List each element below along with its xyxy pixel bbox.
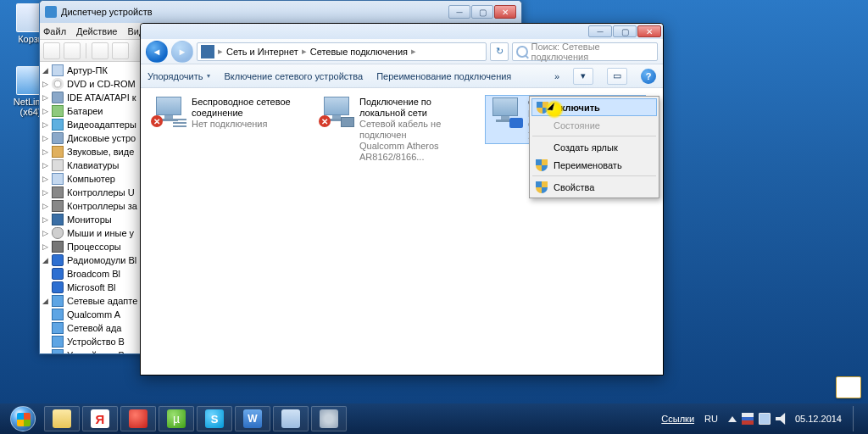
network-connections-window[interactable]: ─ ▢ ✕ ◄ ► ▸ Сеть и Интернет ▸ Сетевые по… [140, 23, 664, 376]
language-indicator[interactable]: RU [702, 413, 721, 425]
volume-icon[interactable] [776, 413, 787, 425]
back-button[interactable]: ◄ [146, 41, 168, 63]
ctx-status: Состояние [531, 116, 657, 134]
taskbar: Ссылки RU 05.12.2014 [0, 403, 868, 434]
app-skype[interactable] [197, 406, 232, 431]
app-word[interactable] [235, 406, 270, 431]
search-placeholder: Поиск: Сетевые подключения [531, 42, 654, 62]
explorer-nav-row: ◄ ► ▸ Сеть и Интернет ▸ Сетевые подключе… [141, 39, 663, 64]
ctx-enable[interactable]: Включить [531, 98, 657, 116]
preview-pane-button[interactable]: ▭ [607, 68, 627, 85]
crumb-connections[interactable]: Сетевые подключения [310, 47, 408, 57]
connection-wireless[interactable]: ✕ Беспроводное сетевое соединение Нет по… [149, 95, 310, 131]
action-center-icon[interactable] [742, 413, 754, 425]
menu-file[interactable]: Файл [43, 26, 66, 36]
forward-button[interactable]: ► [171, 41, 193, 63]
maximize-button[interactable]: ▢ [613, 25, 637, 37]
tray-overflow-icon[interactable] [728, 416, 737, 422]
separator [532, 175, 656, 176]
devmgr-title: Диспетчер устройств [61, 7, 153, 17]
overflow-chevron-icon[interactable]: » [554, 71, 559, 81]
app-notepad[interactable] [273, 406, 309, 431]
search-box[interactable]: Поиск: Сетевые подключения [512, 42, 658, 61]
toolbar-properties-icon[interactable] [112, 42, 129, 59]
toolbar-back-icon[interactable] [43, 42, 60, 59]
search-icon [516, 46, 528, 58]
help-button[interactable]: ? [641, 69, 656, 84]
uac-shield-icon [537, 102, 548, 114]
devmgr-titlebar[interactable]: Диспетчер устройств ─ ▢ ✕ [40, 1, 521, 23]
close-button[interactable]: ✕ [494, 5, 516, 19]
menu-action[interactable]: Действие [76, 26, 117, 36]
connection-status: Нет подключения [192, 119, 309, 130]
links-toolbar[interactable]: Ссылки [661, 414, 694, 424]
lan-icon: ✕ [319, 97, 354, 127]
app-utorrent[interactable] [159, 406, 194, 431]
app-explorer[interactable] [44, 406, 80, 431]
ctx-rename[interactable]: Переименовать [531, 156, 657, 174]
bluetooth-icon [487, 97, 523, 128]
connection-title: Беспроводное сетевое соединение [192, 97, 309, 119]
connection-status: Сетевой кабель не подключен [359, 119, 476, 141]
close-button[interactable]: ✕ [637, 25, 661, 37]
wireless-icon: ✕ [151, 97, 186, 127]
windows-orb-icon [10, 406, 36, 431]
system-tray: Ссылки RU 05.12.2014 [661, 406, 863, 431]
clock[interactable]: 05.12.2014 [795, 414, 842, 424]
address-bar[interactable]: ▸ Сеть и Интернет ▸ Сетевые подключения … [197, 42, 487, 61]
ctx-properties[interactable]: Свойства [531, 178, 657, 196]
network-icon [201, 45, 214, 58]
uac-shield-icon [536, 181, 548, 193]
taskbar-apps [44, 406, 347, 431]
separator [86, 43, 86, 58]
devmgr-icon [45, 6, 57, 18]
date: 05.12.2014 [795, 414, 842, 424]
view-options-button[interactable]: ▾ [573, 68, 593, 85]
connection-title: Подключение по локальной сети [359, 97, 476, 119]
app-settings[interactable] [311, 406, 347, 431]
network-tray-icon[interactable] [759, 413, 771, 425]
rename-connection-button[interactable]: Переименование подключения [376, 71, 511, 81]
enable-device-button[interactable]: Включение сетевого устройства [224, 71, 363, 81]
separator [532, 136, 656, 136]
app-yandex[interactable] [82, 406, 118, 431]
crumb-network[interactable]: Сеть и Интернет [226, 47, 298, 57]
explorer-titlebar[interactable]: ─ ▢ ✕ [141, 24, 663, 39]
maximize-button[interactable]: ▢ [471, 5, 493, 19]
start-button[interactable] [5, 405, 41, 432]
command-bar: Упорядочить Включение сетевого устройств… [141, 64, 663, 88]
toolbar-forward-icon[interactable] [64, 42, 81, 59]
notification-popup[interactable] [836, 376, 861, 398]
organize-button[interactable]: Упорядочить [147, 71, 210, 81]
context-menu: Включить Состояние Создать ярлык Переиме… [529, 96, 659, 198]
minimize-button[interactable]: ─ [588, 25, 612, 37]
app-opera[interactable] [120, 406, 156, 431]
uac-shield-icon [536, 159, 548, 171]
show-desktop-button[interactable] [853, 406, 863, 431]
connection-device: Qualcomm Atheros AR8162/8166... [359, 141, 476, 163]
toolbar-refresh-icon[interactable] [92, 42, 108, 59]
connection-lan[interactable]: ✕ Подключение по локальной сети Сетевой … [317, 95, 478, 164]
minimize-button[interactable]: ─ [448, 5, 470, 19]
ctx-create-shortcut[interactable]: Создать ярлык [531, 138, 657, 156]
refresh-button[interactable]: ↻ [490, 42, 509, 61]
